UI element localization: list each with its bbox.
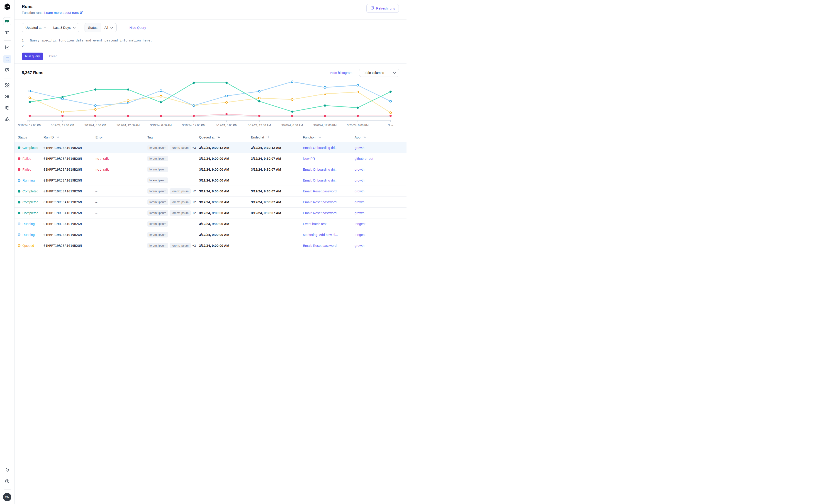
sidebar-item-metrics[interactable]: [3, 44, 11, 52]
function-link[interactable]: Event batch test: [303, 222, 354, 226]
status-label: Running: [22, 233, 35, 237]
sidebar-item-cli[interactable]: [3, 93, 11, 101]
app-link[interactable]: growth: [354, 211, 406, 215]
run-id: 01HRPT19RJSA1019B2GN: [44, 211, 95, 215]
runs-table: Status Run ID Error Tag Queued at Ended …: [15, 132, 406, 252]
tag-pill: lorem: ipsum: [147, 145, 168, 150]
error-value: –: [95, 233, 147, 237]
queued-at: 3/12/24, 9:00:00 AM: [199, 244, 251, 247]
app-link[interactable]: github-pr-bot: [354, 157, 406, 160]
sidebar-item-runs[interactable]: [3, 55, 11, 63]
error-value: –: [95, 200, 147, 204]
tags-more-count: +2: [192, 146, 196, 149]
queued-at: 3/12/24, 9:00:00 AM: [199, 168, 251, 171]
sidebar-item-events[interactable]: [3, 66, 11, 75]
event-search-icon: [5, 68, 10, 73]
app-link[interactable]: Inngest: [354, 233, 406, 237]
ended-at: 3/12/24, 9:30:07 AM: [251, 157, 303, 160]
column-header-function[interactable]: Function: [303, 136, 354, 139]
filter-bar: Updated at Last 3 Days Status All: [15, 19, 406, 32]
query-placeholder[interactable]: Query specific function data and event p…: [30, 38, 152, 43]
table-row[interactable]: Cancelled 01HRPT19RJSA1019B2GN – lorem: …: [15, 251, 406, 252]
tag-pill: lorem: ipsum: [147, 232, 168, 237]
run-id: 01HRPT19RJSA1019B2GN: [44, 189, 95, 193]
sort-icon[interactable]: [266, 136, 269, 139]
frames-icon: [5, 105, 10, 111]
sidebar-item-webhooks[interactable]: [3, 116, 11, 124]
sort-icon[interactable]: [362, 136, 366, 139]
sidebar-item-filters[interactable]: [3, 29, 11, 37]
sidebar-item-apps[interactable]: [3, 82, 11, 90]
function-link[interactable]: Marketing: Add new si...: [303, 233, 354, 237]
table-row[interactable]: Queued 01HRPT19RJSA1019B2GN – lorem: ips…: [15, 240, 406, 251]
time-field-dropdown[interactable]: Updated at: [22, 23, 50, 32]
function-link[interactable]: Email: Onboarding dri...: [303, 146, 354, 150]
table-row[interactable]: Failed 01HRPT19RJSA1019B2GN not_sdk lore…: [15, 164, 406, 175]
sort-icon[interactable]: [317, 136, 321, 139]
run-query-button[interactable]: Run query: [22, 53, 43, 60]
sort-icon-active[interactable]: [216, 136, 220, 139]
hide-histogram-link[interactable]: Hide histogram: [330, 71, 352, 75]
table-row[interactable]: Completed 01HRPT19RJSA1019B2GN – lorem: …: [15, 186, 406, 197]
environment-badge[interactable]: PR: [3, 17, 11, 25]
status-cell: Running: [18, 222, 44, 226]
app-link[interactable]: growth: [354, 179, 406, 182]
time-range-dropdown[interactable]: Last 3 Days: [50, 23, 79, 32]
function-link[interactable]: Email: Reset password: [303, 200, 354, 204]
inngest-logo-icon[interactable]: [4, 3, 11, 11]
status-filter-dropdown[interactable]: All: [101, 23, 116, 32]
clear-query-button[interactable]: Clear: [49, 54, 57, 58]
hide-query-link[interactable]: Hide Query: [129, 26, 146, 29]
column-header-tag[interactable]: Tag: [147, 136, 199, 139]
app-link[interactable]: Inngest: [354, 222, 406, 226]
column-header-run-id[interactable]: Run ID: [44, 136, 95, 139]
table-row[interactable]: Running 01HRPT19RJSA1019B2GN – lorem: ip…: [15, 218, 406, 229]
app-link[interactable]: growth: [354, 146, 406, 150]
table-row[interactable]: Running 01HRPT19RJSA1019B2GN – lorem: ip…: [15, 229, 406, 240]
runs-list-icon: [5, 56, 10, 62]
x-axis-label: 3/19/24, 12:00 AM: [116, 124, 139, 127]
app-link[interactable]: growth: [354, 200, 406, 204]
table-row[interactable]: Running 01HRPT19RJSA1019B2GN – lorem: ip…: [15, 175, 406, 186]
table-row[interactable]: Failed 01HRPT19RJSA1019B2GN not_sdk lore…: [15, 153, 406, 164]
function-link[interactable]: Email: Reset password: [303, 211, 354, 215]
table-row[interactable]: Completed 01HRPT19RJSA1019B2GN – lorem: …: [15, 197, 406, 208]
function-link[interactable]: Email: Onboarding dri...: [303, 168, 354, 171]
learn-more-link[interactable]: Learn more about runs: [44, 11, 79, 15]
tag-list: lorem: ipsum: [147, 221, 199, 227]
tags-more-count: +2: [192, 200, 196, 204]
app-link[interactable]: growth: [354, 244, 406, 247]
run-id: 01HRPT19RJSA1019B2GN: [44, 200, 95, 204]
runs-histogram: 3/19/24, 12:00 PM3/19/24, 12:00 PM3/19/2…: [15, 77, 406, 128]
ended-at: 3/12/24, 9:30:12 AM: [251, 146, 303, 150]
function-link[interactable]: Email: Onboarding dri...: [303, 179, 354, 182]
column-header-queued-at[interactable]: Queued at: [199, 136, 251, 139]
ended-at: –: [251, 233, 303, 237]
queued-at: 3/12/24, 9:00:00 AM: [199, 189, 251, 193]
column-header-ended-at[interactable]: Ended at: [251, 136, 303, 139]
terminal-icon: [5, 94, 10, 100]
sort-icon[interactable]: [56, 136, 59, 139]
table-row[interactable]: Completed 01HRPT19RJSA1019B2GN – lorem: …: [15, 208, 406, 218]
queued-at: 3/12/24, 9:00:12 AM: [199, 146, 251, 150]
app-link[interactable]: growth: [354, 168, 406, 171]
refresh-runs-button[interactable]: Refresh runs: [366, 4, 399, 13]
column-header-app[interactable]: App: [354, 136, 406, 139]
function-link[interactable]: Email: Reset password: [303, 189, 354, 193]
error-value: –: [95, 189, 147, 193]
function-link[interactable]: New PR: [303, 157, 354, 160]
webhook-icon: [5, 117, 10, 123]
sidebar-item-deploys[interactable]: [3, 104, 11, 112]
column-header-status[interactable]: Status: [18, 136, 44, 139]
page-subtitle: Function runs. Learn more about runs: [22, 11, 83, 15]
table-columns-dropdown[interactable]: Table columns: [359, 69, 399, 77]
function-link[interactable]: Email: Reset password: [303, 244, 354, 247]
status-dot: [18, 179, 20, 182]
table-row[interactable]: Completed 01HRPT19RJSA1019B2GN – lorem: …: [15, 142, 406, 153]
column-header-error[interactable]: Error: [95, 136, 147, 139]
app-link[interactable]: growth: [354, 189, 406, 193]
run-id: 01HRPT19RJSA1019B2GN: [44, 179, 95, 182]
filter-divider: [123, 24, 123, 31]
tag-list: lorem: ipsum: [147, 156, 199, 161]
external-link-icon: [80, 11, 83, 15]
